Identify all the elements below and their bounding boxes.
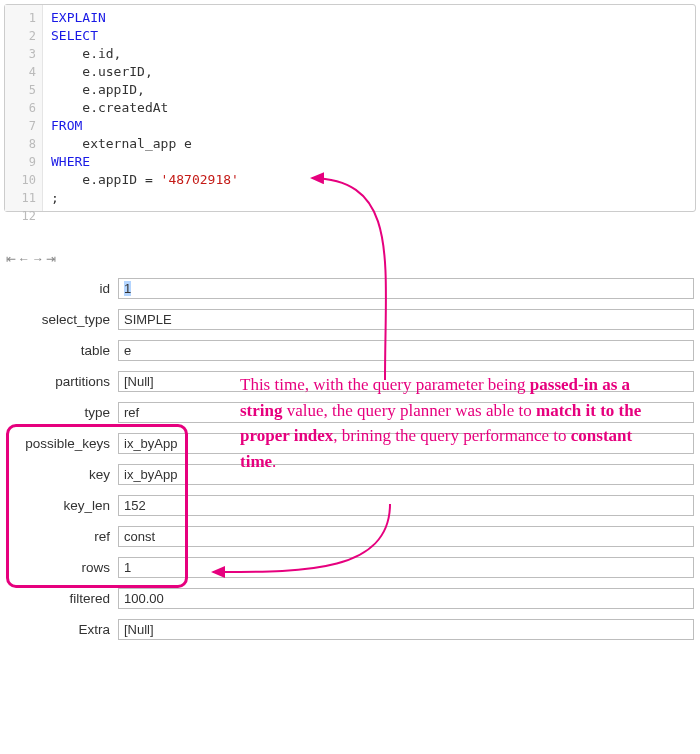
label-select-type: select_type [6, 312, 118, 327]
field-select-type[interactable]: SIMPLE [118, 309, 694, 330]
label-partitions: partitions [6, 374, 118, 389]
record-nav-toolbar: ⇤ ← → ⇥ [0, 212, 700, 274]
sql-editor[interactable]: 123456789101112 EXPLAIN SELECT e.id, e.u… [4, 4, 696, 212]
nav-prev-icon[interactable]: ← [18, 252, 30, 266]
label-id: id [6, 281, 118, 296]
field-ref[interactable]: const [118, 526, 694, 547]
field-table[interactable]: e [118, 340, 694, 361]
label-filtered: filtered [6, 591, 118, 606]
nav-first-icon[interactable]: ⇤ [6, 252, 16, 266]
label-table: table [6, 343, 118, 358]
field-rows[interactable]: 1 [118, 557, 694, 578]
label-key-len: key_len [6, 498, 118, 513]
sql-code[interactable]: EXPLAIN SELECT e.id, e.userID, e.appID, … [5, 5, 695, 211]
nav-last-icon[interactable]: ⇥ [46, 252, 56, 266]
nav-next-icon[interactable]: → [32, 252, 44, 266]
label-rows: rows [6, 560, 118, 575]
field-extra[interactable]: [Null] [118, 619, 694, 640]
label-ref: ref [6, 529, 118, 544]
label-type: type [6, 405, 118, 420]
label-possible-keys: possible_keys [6, 436, 118, 451]
annotation-callout: This time, with the query parameter bein… [240, 372, 670, 474]
label-extra: Extra [6, 622, 118, 637]
field-filtered[interactable]: 100.00 [118, 588, 694, 609]
field-id[interactable]: 1 [118, 278, 694, 299]
line-gutter: 123456789101112 [5, 5, 43, 211]
label-key: key [6, 467, 118, 482]
field-key-len[interactable]: 152 [118, 495, 694, 516]
